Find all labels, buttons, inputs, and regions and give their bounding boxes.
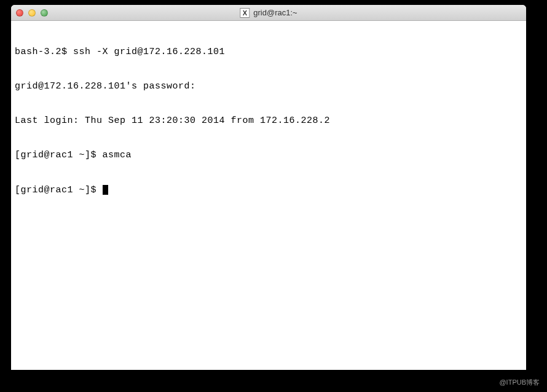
watermark-text: @ITPUB博客 (499, 378, 540, 387)
terminal-line: Last login: Thu Sep 11 23:20:30 2014 fro… (15, 116, 522, 127)
x11-icon: X (240, 8, 250, 18)
minimize-button[interactable] (28, 9, 36, 17)
terminal-line: [grid@rac1 ~]$ (15, 185, 522, 197)
window-title-area: X grid@rac1:~ (240, 8, 297, 18)
terminal-line: bash-3.2$ ssh -X grid@172.16.228.101 (15, 47, 522, 58)
window-title: grid@rac1:~ (253, 8, 297, 17)
maximize-button[interactable] (41, 9, 48, 17)
prompt-text: [grid@rac1 ~]$ (15, 185, 103, 195)
resize-handle-icon[interactable] (516, 360, 525, 369)
titlebar[interactable]: X grid@rac1:~ (11, 5, 526, 21)
terminal-line: grid@172.16.228.101's password: (15, 81, 522, 93)
traffic-lights (16, 9, 48, 17)
terminal-content[interactable]: bash-3.2$ ssh -X grid@172.16.228.101 gri… (11, 21, 526, 370)
terminal-window: X grid@rac1:~ bash-3.2$ ssh -X grid@172.… (11, 5, 526, 370)
close-button[interactable] (16, 9, 23, 17)
cursor (103, 185, 108, 195)
terminal-line: [grid@rac1 ~]$ asmca (15, 150, 522, 162)
